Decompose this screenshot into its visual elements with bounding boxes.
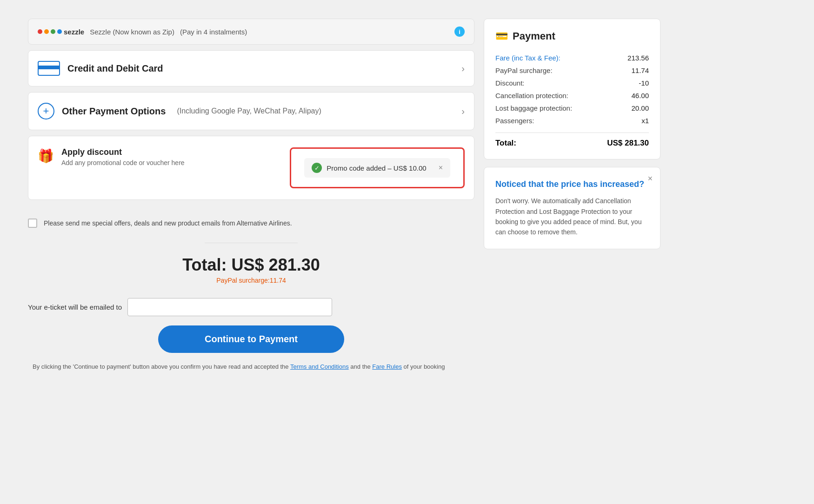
- sezzle-dot-blue: [57, 29, 62, 34]
- credit-card-label: Credit and Debit Card: [67, 63, 163, 74]
- promo-text: Promo code added – US$ 10.00: [327, 164, 426, 172]
- discount-value: -10: [639, 79, 649, 87]
- divider: [205, 243, 298, 243]
- promo-check-icon: ✓: [312, 163, 322, 173]
- discount-section: 🎁 Apply discount Add any promotional cod…: [28, 136, 474, 200]
- paypal-surcharge-label: PayPal surcharge:: [495, 66, 553, 74]
- summary-total-value: US$ 281.30: [607, 139, 649, 148]
- sezzle-dot-green: [51, 29, 55, 34]
- baggage-row: Lost baggage protection: 20.00: [495, 102, 649, 114]
- paypal-surcharge-value: 11.74: [631, 66, 649, 74]
- credit-card-option[interactable]: Credit and Debit Card ›: [28, 50, 474, 86]
- sezzle-logo: sezzle: [38, 28, 84, 36]
- summary-divider: [495, 133, 649, 133]
- sezzle-dot-red: [38, 29, 42, 34]
- sezzle-brand-name: sezzle: [64, 28, 84, 36]
- cancellation-value: 46.00: [631, 92, 649, 99]
- sezzle-info-icon[interactable]: i: [454, 27, 465, 37]
- discount-subtitle: Add any promotional code or voucher here: [61, 159, 282, 166]
- fare-row: Fare (inc Tax & Fee): 213.56: [495, 52, 649, 64]
- sidebar: 💳 Payment Fare (inc Tax & Fee): 213.56 P…: [484, 19, 661, 372]
- fare-value: 213.56: [627, 54, 649, 62]
- discount-title: Apply discount: [61, 147, 282, 157]
- fare-rules-link[interactable]: Fare Rules: [372, 363, 402, 370]
- payment-summary-title: 💳 Payment: [495, 30, 649, 42]
- sezzle-name: Sezzle (Now known as Zip): [90, 28, 174, 36]
- credit-card-icon: [38, 61, 60, 76]
- total-display: Total: US$ 281.30: [28, 255, 474, 275]
- passengers-value: x1: [641, 117, 649, 125]
- summary-total-label: Total:: [495, 139, 516, 148]
- discount-text-block: Apply discount Add any promotional code …: [61, 147, 282, 166]
- price-notice-card: × Noticed that the price has increased? …: [484, 167, 661, 249]
- cancellation-label: Cancellation protection:: [495, 92, 568, 99]
- other-payment-chevron: ›: [461, 106, 465, 117]
- promo-badge: ✓ Promo code added – US$ 10.00 ×: [304, 158, 450, 178]
- terms-text: By clicking the 'Continue to payment' bu…: [28, 362, 474, 372]
- sezzle-bar: sezzle Sezzle (Now known as Zip) (Pay in…: [28, 19, 474, 45]
- other-payment-option[interactable]: + Other Payment Options (Including Googl…: [28, 92, 474, 130]
- sezzle-dot-orange: [44, 29, 49, 34]
- gift-icon: 🎁: [38, 148, 54, 164]
- other-payment-icon: +: [38, 103, 54, 119]
- newsletter-row: Please send me special offers, deals and…: [28, 211, 474, 235]
- discount-row: Discount: -10: [495, 77, 649, 89]
- continue-payment-button[interactable]: Continue to Payment: [158, 325, 344, 353]
- other-payment-sub: (Including Google Pay, WeChat Pay, Alipa…: [177, 107, 321, 115]
- newsletter-checkbox[interactable]: [28, 219, 37, 228]
- fare-label-link[interactable]: Fare (inc Tax & Fee):: [495, 54, 560, 62]
- price-notice-title: Noticed that the price has increased?: [495, 179, 649, 190]
- email-label: Your e-ticket will be emailed to: [28, 303, 122, 311]
- paypal-surcharge-display: PayPal surcharge:11.74: [28, 277, 474, 284]
- payment-card-icon: 💳: [495, 30, 508, 42]
- sezzle-tagline: (Pay in 4 instalments): [180, 28, 247, 36]
- other-payment-label: Other Payment Options: [62, 106, 166, 117]
- baggage-label: Lost baggage protection:: [495, 104, 572, 112]
- credit-card-chevron: ›: [461, 63, 465, 74]
- terms-link[interactable]: Terms and Conditions: [290, 363, 349, 370]
- baggage-value: 20.00: [631, 104, 649, 112]
- total-section: Total: US$ 281.30 PayPal surcharge:11.74: [28, 251, 474, 289]
- promo-close-button[interactable]: ×: [439, 164, 443, 172]
- passengers-label: Passengers:: [495, 117, 534, 125]
- summary-total-row: Total: US$ 281.30: [495, 139, 649, 148]
- paypal-row: PayPal surcharge: 11.74: [495, 64, 649, 77]
- passengers-row: Passengers: x1: [495, 114, 649, 127]
- price-notice-close-button[interactable]: ×: [647, 174, 653, 184]
- payment-summary-card: 💳 Payment Fare (inc Tax & Fee): 213.56 P…: [484, 19, 661, 159]
- price-notice-text: Don't worry. We automatically add Cancel…: [495, 196, 649, 238]
- cancellation-row: Cancellation protection: 46.00: [495, 89, 649, 102]
- discount-label: Discount:: [495, 79, 525, 87]
- email-row: Your e-ticket will be emailed to: [28, 298, 474, 316]
- newsletter-label: Please send me special offers, deals and…: [44, 219, 292, 227]
- promo-badge-wrapper: ✓ Promo code added – US$ 10.00 ×: [290, 147, 465, 188]
- email-input[interactable]: [127, 298, 332, 316]
